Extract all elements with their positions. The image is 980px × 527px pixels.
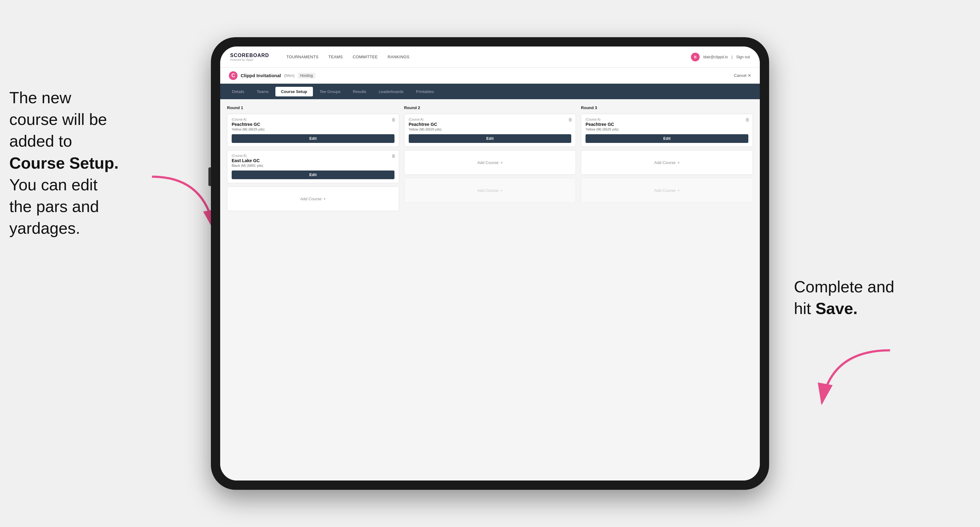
round-1-course-a-card: 🗑 (Course A) Peachtree GC Yellow (M) (66…	[227, 114, 399, 147]
round-1-course-b-edit-button[interactable]: Edit	[232, 170, 395, 179]
round-2-course-a-yardage: Yellow (M) (6629 yds)	[409, 127, 571, 131]
nav-links: TOURNAMENTS TEAMS COMMITTEE RANKINGS	[286, 54, 679, 59]
round-3-course-a-card: 🗑 (Course A) Peachtree GC Yellow (M) (66…	[581, 114, 753, 147]
annotation-line6: yardages.	[9, 219, 80, 237]
nav-right: B blair@clippd.io | Sign out	[691, 53, 750, 61]
round-1-course-a-delete-icon[interactable]: 🗑	[391, 117, 396, 122]
round-1-add-course-button[interactable]: Add Course +	[227, 186, 399, 211]
close-icon: ✕	[748, 73, 751, 78]
round-2-course-a-edit-button[interactable]: Edit	[409, 134, 571, 143]
annotation-right-bold: Save.	[815, 300, 858, 317]
tournament-name: Clippd Invitational	[241, 73, 281, 78]
scoreboard-logo: SCOREBOARD Powered by clippd	[230, 53, 269, 61]
round-3-course-a-yardage: Yellow (M) (6629 yds)	[585, 127, 748, 131]
annotation-right-line1: Complete and	[794, 278, 894, 296]
round-2-add-course-label: Add Course	[477, 160, 499, 165]
tab-teams[interactable]: Teams	[251, 87, 274, 97]
tournament-status-badge: Hosting	[298, 73, 315, 78]
round-3-add-course-plus-icon: +	[677, 160, 680, 165]
tab-course-setup[interactable]: Course Setup	[275, 87, 313, 97]
round-3-add-course-label: Add Course	[654, 160, 676, 165]
round-2-add-course-disabled: Add Course +	[404, 178, 576, 203]
tournament-bar: C Clippd Invitational (Men) Hosting Canc…	[220, 68, 760, 84]
tournament-gender: (Men)	[284, 73, 294, 78]
top-navigation: SCOREBOARD Powered by clippd TOURNAMENTS…	[220, 46, 760, 68]
cancel-label: Cancel	[734, 73, 746, 78]
round-1-course-a-yardage: Yellow (M) (6629 yds)	[232, 127, 395, 131]
round-1-course-a-tag: (Course A)	[232, 118, 395, 121]
round-1-add-course-label: Add Course	[300, 197, 321, 201]
round-2-add-course-disabled-label: Add Course	[477, 188, 499, 193]
tab-printables[interactable]: Printables	[410, 87, 439, 97]
round-3-course-a-name: Peachtree GC	[585, 122, 748, 127]
round-2-column: Round 2 🗑 (Course A) Peachtree GC Yellow…	[404, 105, 576, 474]
round-3-label: Round 3	[581, 105, 753, 110]
round-2-course-a-card: 🗑 (Course A) Peachtree GC Yellow (M) (66…	[404, 114, 576, 147]
nav-tournaments[interactable]: TOURNAMENTS	[286, 54, 318, 59]
round-1-course-b-card: 🗑 (Course B) East Lake GC Black (M) (689…	[227, 150, 399, 183]
tablet-side-button	[208, 167, 211, 186]
round-3-course-a-tag: (Course A)	[585, 118, 748, 121]
round-3-add-course-disabled-plus-icon: +	[677, 188, 680, 193]
round-2-add-course-disabled-plus-icon: +	[501, 188, 503, 193]
nav-committee[interactable]: COMMITTEE	[353, 54, 378, 59]
round-1-course-a-name: Peachtree GC	[232, 122, 395, 127]
tabs-bar: Details Teams Course Setup Tee Groups Re…	[220, 84, 760, 99]
nav-teams[interactable]: TEAMS	[328, 54, 343, 59]
nav-separator: |	[732, 55, 732, 59]
tab-leaderboards[interactable]: Leaderboards	[373, 87, 409, 97]
user-email: blair@clippd.io	[703, 55, 728, 59]
annotation-line3: added to	[9, 132, 72, 150]
tablet-screen: SCOREBOARD Powered by clippd TOURNAMENTS…	[220, 46, 760, 481]
cancel-button[interactable]: Cancel ✕	[734, 73, 751, 78]
round-2-label: Round 2	[404, 105, 576, 110]
annotation-line5: the pars and	[9, 197, 99, 216]
round-2-add-course-button[interactable]: Add Course +	[404, 150, 576, 175]
round-1-label: Round 1	[227, 105, 399, 110]
round-1-course-b-name: East Lake GC	[232, 158, 395, 163]
round-2-course-a-tag: (Course A)	[409, 118, 571, 121]
round-2-add-course-plus-icon: +	[501, 160, 503, 165]
powered-by-text: Powered by clippd	[230, 58, 269, 61]
tournament-logo: C	[229, 71, 237, 80]
round-3-add-course-button[interactable]: Add Course +	[581, 150, 753, 175]
round-1-course-b-delete-icon[interactable]: 🗑	[391, 154, 396, 159]
sign-out-link[interactable]: Sign out	[736, 55, 750, 59]
round-1-add-course-plus-icon: +	[323, 197, 326, 201]
tab-details[interactable]: Details	[226, 87, 250, 97]
course-setup-content: Round 1 🗑 (Course A) Peachtree GC Yellow…	[220, 99, 760, 481]
tablet-device: SCOREBOARD Powered by clippd TOURNAMENTS…	[211, 37, 769, 490]
round-1-course-b-yardage: Black (M) (6891 yds)	[232, 163, 395, 167]
user-avatar: B	[691, 53, 700, 61]
nav-rankings[interactable]: RANKINGS	[388, 54, 409, 59]
tab-results[interactable]: Results	[347, 87, 372, 97]
round-3-course-a-edit-button[interactable]: Edit	[585, 134, 748, 143]
round-2-course-a-name: Peachtree GC	[409, 122, 571, 127]
annotation-line1: The new	[9, 89, 71, 106]
round-3-add-course-disabled-label: Add Course	[654, 188, 676, 193]
round-1-course-b-tag: (Course B)	[232, 154, 395, 157]
tournament-bar-left: C Clippd Invitational (Men) Hosting	[229, 71, 315, 80]
round-3-add-course-disabled: Add Course +	[581, 178, 753, 203]
round-1-column: Round 1 🗑 (Course A) Peachtree GC Yellow…	[227, 105, 399, 474]
round-1-course-a-edit-button[interactable]: Edit	[232, 134, 395, 143]
round-2-course-a-delete-icon[interactable]: 🗑	[568, 117, 573, 122]
tab-tee-groups[interactable]: Tee Groups	[314, 87, 346, 97]
annotation-line2: course will be	[9, 110, 107, 129]
annotation-right-line2: hit	[794, 300, 815, 317]
annotation-line4: You can edit	[9, 176, 97, 194]
logo-text: SCOREBOARD	[230, 53, 269, 58]
annotation-right: Complete and hit Save.	[794, 276, 924, 319]
annotation-bold: Course Setup.	[9, 154, 119, 172]
round-3-course-a-delete-icon[interactable]: 🗑	[745, 117, 749, 122]
right-arrow	[806, 347, 893, 415]
round-3-column: Round 3 🗑 (Course A) Peachtree GC Yellow…	[581, 105, 753, 474]
